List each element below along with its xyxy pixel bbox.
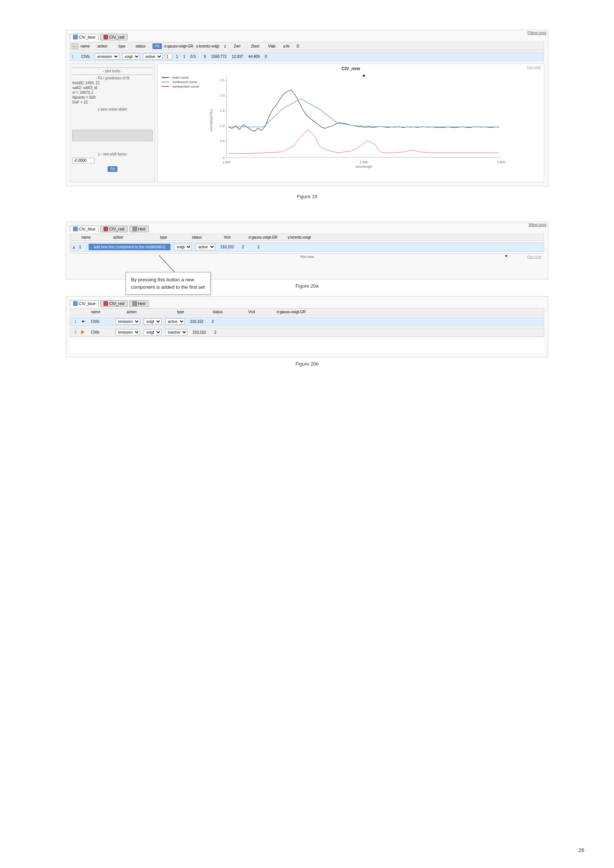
type-select-20a[interactable]: voigt [174,244,192,250]
toolbar-header-20a: name action type status Vrot σ:gauss-voi… [70,234,544,241]
z-val-19: 0.5 [191,54,195,59]
minus-btn-19[interactable]: — [71,43,78,49]
tab-civ-blue-20a[interactable]: CIV_blue [70,226,99,232]
tab-label-heii-20b: HeII [138,301,146,306]
tooltip-line1-20a: By pressing this button a new [131,277,194,282]
svg-text:1,550: 1,550 [360,160,368,164]
row2-argauss-20b: 2 [214,330,216,334]
row2-vrot-20b: 210,152 [193,330,206,334]
tab-icon-blue-20b [73,301,78,306]
argauss-input-19[interactable] [165,54,172,59]
data-row-19: 1 CIVb emission voigt active 1 1 0.5 9 1… [70,52,544,61]
noise-slider-label-19: y axis noise slider [72,107,153,111]
redshift-val-row-19 [72,158,153,163]
tab-label-civ-blue-20a: CIV_blue [79,227,95,231]
tab-icon-red-20a [104,227,108,231]
row2-status-select-20b[interactable]: inactive [165,329,188,335]
tab-label-civ-blue-20b: CIV_blue [79,301,95,306]
redshift-input-19[interactable] [72,158,95,163]
argauss-hdr-20a: σ:gauss-voigt-GR [248,235,285,239]
main-content-19: - plot tools - - Fit / goodness of fit f… [70,64,544,182]
row1-argauss-20b: 2 [212,319,214,324]
ylorentz-val-20a: 2 [257,245,260,249]
svg-marker-21 [82,320,85,322]
chart-legend-19: - main curve - continuum curve - compari… [161,76,199,89]
tab-civ-red-20b[interactable]: CIV_red [100,300,127,307]
svg-text:2.0: 2.0 [220,93,225,97]
ylorentz-hdr-20a: γ:lorentz-voigt [288,235,325,239]
row1-status-select-20b[interactable]: active [165,318,185,325]
d-val-19: 0 [265,54,267,59]
type-hdr-20a: type [160,235,190,239]
legend-main-19: - main curve [161,76,199,79]
tab-icon-red-19 [104,35,108,39]
figure20a-caption: Figure 20a [22,283,592,289]
ztest-label-19: Ztest [251,44,266,48]
svg-text:wavelength: wavelength [355,165,372,169]
legend-comparison-19: - comparison curve [161,85,199,88]
row1-type-select-20b[interactable]: voigt [144,318,161,325]
chart-svg-19: 0 0.5 1.0 1.5 2.0 2.5 normalized flux [169,72,544,169]
add-line-button-20a[interactable]: add new line component to the model(Alt+… [89,244,171,250]
type-hdr-20b: type [177,310,207,314]
tab-icon-blue-20a [73,227,78,231]
figure20b-caption: Figure 20b [22,361,592,367]
vlab-val-19: 12.037 [232,54,243,59]
tab-icon-heii-20a [133,227,137,231]
tab-heii-20b[interactable]: HeII [129,300,149,307]
status-hdr-20a: status [192,235,222,239]
tab-icon-red-20b [104,301,108,306]
name-hdr-20a: name [81,235,111,239]
fit-btn-left-19: Fit [72,166,153,172]
ylorentz-label-19: γ:lorentz-voigt [196,44,222,48]
svg-text:0.5: 0.5 [220,139,225,143]
x2-label-19: x² = 24875.1 [72,91,153,95]
npoints-label-19: Npoints = 500 [72,95,153,99]
row1-action-select-20b[interactable]: emission [115,318,140,325]
triangle-marker-20a: ▲ [71,245,76,250]
tooltip-line2-20a: component is added to the first set [131,284,205,290]
fit-btn-left-19-btn[interactable]: Fit [108,166,117,172]
free-label-19: free(δ): 1493, 21 [72,81,153,85]
empty-rows-20b [70,338,544,353]
toolbar-action-label-19: action [98,44,116,48]
ale-label-19: a:fe [283,44,295,48]
row2-action-select-20b[interactable]: emission [115,329,140,335]
status-select-20a[interactable]: active [195,244,215,250]
toolbar-header-20b: name action type status Vrot σ:gauss-voi… [70,308,544,315]
tab-label-heii-20a: HeII [138,227,146,231]
action-select-19[interactable]: emission [95,53,119,60]
plot-dot-20a [505,255,507,257]
tab-heii-20a[interactable]: HeII [129,226,149,232]
tabs-row-20b: CIV_blue CIV_red HeII [70,300,544,307]
data-row-20a: ▲ 1 add new line component to the model(… [70,242,544,252]
page-container: Fitting tools CIV_blue CIV_red — name ac… [0,0,614,868]
tab-civ-red-20a[interactable]: CIV_red [100,226,127,232]
row2-type-select-20b[interactable]: voigt [144,329,161,335]
figure20b-container: CIV_blue CIV_red HeII name action type s… [66,296,548,357]
fitting-tools-label-20a: fitting tools [529,223,546,227]
row-num-19: 1 [71,54,79,59]
svg-point-19 [363,74,365,77]
fit-button-19[interactable]: Fit [153,43,162,49]
svg-text:1,500: 1,500 [222,160,231,164]
name-hdr-20b: name [91,310,121,314]
svg-text:1,600: 1,600 [497,160,505,164]
svg-text:2.5: 2.5 [220,78,225,82]
tab-civ-blue-19[interactable]: CIV_blue [70,34,99,40]
argauss-hdr-20b: σ:gauss-voigt-GR [276,310,314,314]
figure19-caption: Figure 19 [22,194,592,199]
row2-triangle-20b [81,330,89,335]
noise-slider-19[interactable] [72,130,153,141]
tab-civ-red-19[interactable]: CIV_red [100,34,127,40]
status-select-19[interactable]: active [143,53,163,60]
type-select-19[interactable]: voigt [122,53,140,60]
argauss-label-19: σ:gauss-voigt-GR [164,44,194,48]
tab-icon-heii-20b [133,301,137,306]
action-hdr-20b: action [127,310,164,314]
action-hdr-20a: action [113,235,158,239]
tab-label-civ-red-19: CIV_red [109,35,124,39]
arrow-icon-20b [81,319,87,324]
tab-civ-blue-20b[interactable]: CIV_blue [70,300,99,307]
row-name-19: CIVb [81,54,92,59]
